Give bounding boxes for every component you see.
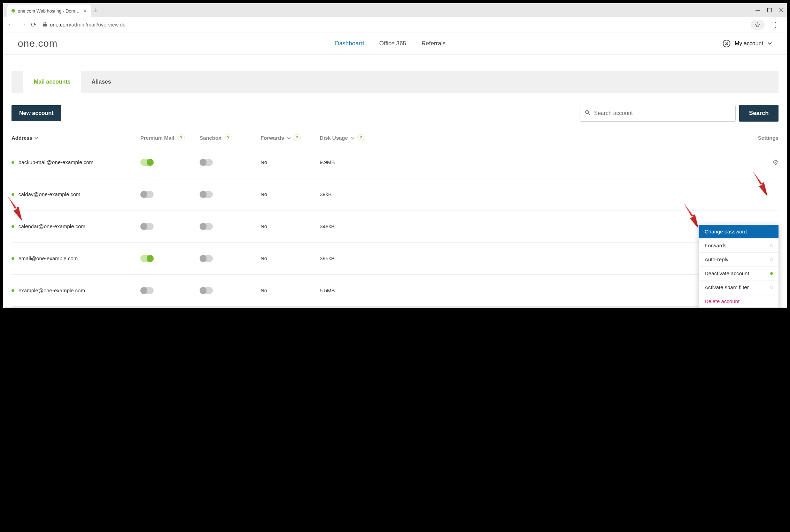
forwards-value: No — [261, 255, 320, 261]
tab-mail-accounts[interactable]: Mail accounts — [23, 71, 81, 93]
disk-usage: 39kB — [320, 191, 400, 197]
table-header: Address Premium Mail ? Sanebox ? Forw — [11, 134, 779, 146]
sanebox-toggle[interactable] — [200, 223, 213, 230]
table-row: calendar@one-example.com No 348kB — [11, 210, 779, 242]
new-account-button[interactable]: New account — [11, 105, 61, 121]
user-icon — [723, 40, 730, 47]
help-icon[interactable]: ? — [225, 134, 232, 141]
col-premium-label: Premium Mail — [140, 135, 175, 141]
premium-toggle[interactable] — [140, 223, 154, 230]
window-titlebar: one.com Web hosting - Domain... × + — [3, 3, 787, 17]
col-settings: Settings — [400, 135, 779, 141]
status-dot-icon — [11, 193, 14, 196]
window-close-icon[interactable] — [779, 7, 784, 13]
menu-label: Activate spam filter — [705, 284, 749, 290]
menu-label: Deactivate account — [705, 270, 749, 276]
window-maximize-icon[interactable] — [767, 7, 772, 13]
forwards-value: No — [261, 287, 320, 293]
nav-referrals[interactable]: Referrals — [421, 40, 446, 47]
premium-toggle[interactable] — [140, 191, 154, 198]
menu-auto-reply[interactable]: Auto-reply — [699, 253, 779, 267]
url-host: one.com/admin/mail/overview.do — [50, 22, 126, 28]
nav-dashboard[interactable]: Dashboard — [335, 40, 364, 47]
sanebox-toggle[interactable] — [200, 191, 213, 198]
status-indicator-icon — [770, 244, 773, 247]
table-row: email@one-example.com No 395kB — [11, 242, 779, 275]
status-indicator-icon — [770, 258, 773, 261]
row-address: caldav@one-example.com — [11, 191, 140, 197]
sanebox-toggle[interactable] — [200, 287, 213, 294]
menu-spam-filter[interactable]: Activate spam filter — [699, 280, 779, 294]
search-button[interactable]: Search — [739, 105, 779, 122]
status-dot-icon — [11, 289, 14, 292]
col-premium: Premium Mail ? — [140, 134, 200, 141]
chevron-down-icon — [351, 135, 355, 141]
email-address: calendar@one-example.com — [18, 223, 85, 229]
help-icon[interactable]: ? — [357, 134, 364, 141]
row-address: calendar@one-example.com — [11, 223, 140, 229]
forward-button[interactable]: → — [19, 21, 27, 29]
chevron-down-icon — [287, 135, 291, 141]
menu-delete-account[interactable]: Delete account — [699, 294, 779, 308]
account-menu[interactable]: My account — [723, 40, 772, 47]
browser-menu-icon[interactable]: ⋮ — [769, 21, 783, 29]
tab-aliases[interactable]: Aliases — [81, 71, 122, 93]
account-label: My account — [735, 40, 763, 47]
new-tab-button[interactable]: + — [94, 6, 98, 15]
chevron-down-icon — [34, 135, 38, 141]
logo-dot-icon: . — [35, 38, 38, 49]
table-row: example@one-example.com No 5.5MB ⚙ — [11, 275, 779, 307]
close-tab-icon[interactable]: × — [83, 7, 87, 15]
favicon-icon — [11, 9, 15, 13]
table-row: caldav@one-example.com No 39kB — [11, 178, 779, 210]
status-indicator-icon — [770, 286, 773, 289]
help-icon[interactable]: ? — [294, 134, 301, 141]
menu-label: Change password — [705, 229, 747, 234]
status-dot-icon — [11, 225, 14, 228]
window-minimize-icon[interactable] — [755, 7, 760, 13]
col-disk-label: Disk Usage — [320, 135, 348, 141]
bookmark-star-icon[interactable] — [751, 20, 765, 30]
browser-tab[interactable]: one.com Web hosting - Domain... × — [7, 5, 91, 17]
sanebox-toggle[interactable] — [200, 159, 213, 166]
svg-point-4 — [726, 42, 727, 43]
premium-toggle[interactable] — [140, 255, 154, 262]
col-forwards[interactable]: Forwards ? — [261, 134, 320, 141]
row-address: example@one-example.com — [11, 287, 140, 293]
col-address[interactable]: Address — [11, 135, 140, 141]
premium-toggle[interactable] — [140, 287, 154, 294]
nav-office365[interactable]: Office 365 — [379, 40, 406, 47]
svg-point-5 — [586, 110, 589, 114]
menu-label: Auto-reply — [705, 256, 728, 262]
email-address: backup-mail@one-example.com — [18, 159, 93, 165]
status-dot-icon — [11, 257, 14, 260]
email-address: email@one-example.com — [18, 255, 78, 261]
svg-rect-1 — [768, 8, 772, 12]
gear-icon[interactable]: ⚙ — [772, 159, 779, 166]
logo-text: com — [38, 38, 58, 49]
search-input[interactable] — [594, 110, 730, 116]
col-disk[interactable]: Disk Usage ? — [320, 134, 400, 141]
menu-deactivate[interactable]: Deactivate account — [699, 267, 779, 280]
disk-usage: 348kB — [320, 223, 400, 229]
menu-label: Delete account — [705, 298, 739, 304]
col-sanebox: Sanebox ? — [200, 134, 261, 141]
sanebox-toggle[interactable] — [200, 255, 213, 262]
status-indicator-icon — [770, 272, 773, 275]
svg-line-6 — [589, 114, 590, 115]
logo-text: one — [18, 38, 35, 49]
disk-usage: 9.9MB — [320, 159, 400, 165]
logo[interactable]: one.com — [18, 38, 57, 49]
address-bar[interactable]: one.com/admin/mail/overview.do — [40, 22, 746, 28]
back-button[interactable]: ← — [7, 21, 15, 29]
menu-change-password[interactable]: Change password — [699, 225, 779, 239]
reload-button[interactable]: ⟳ — [31, 21, 36, 29]
help-icon[interactable]: ? — [178, 134, 185, 141]
menu-forwards[interactable]: Forwards — [699, 239, 779, 253]
search-wrap — [580, 105, 736, 122]
settings-dropdown: Change password Forwards Auto-reply Deac… — [699, 225, 779, 308]
premium-toggle[interactable] — [140, 159, 154, 166]
search-icon — [585, 110, 590, 117]
forwards-value: No — [261, 223, 320, 229]
disk-usage: 5.5MB — [320, 287, 400, 293]
